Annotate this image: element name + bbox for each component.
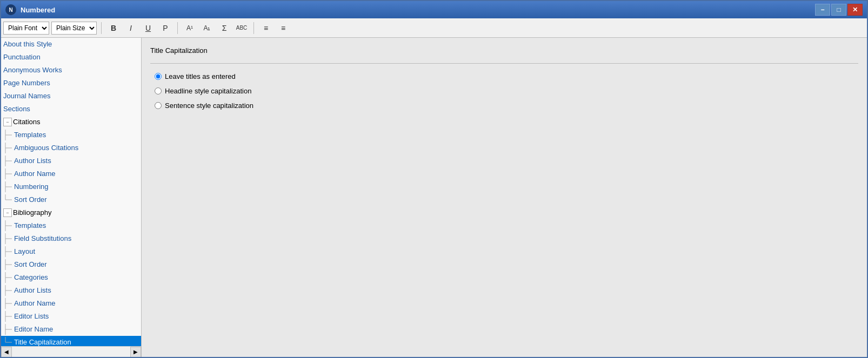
- superscript-button[interactable]: A¹: [182, 21, 197, 35]
- italic-button[interactable]: I: [123, 21, 138, 35]
- window-controls: − □ ✕: [815, 4, 863, 16]
- smallcaps-button[interactable]: ABC: [234, 21, 249, 35]
- sidebar-label-numbering: Numbering: [14, 181, 49, 192]
- sidebar-label-about-style: About this Style: [3, 39, 52, 50]
- sidebar-item-sort-order[interactable]: Sort Order: [1, 193, 141, 206]
- sidebar-label-ambiguous-citations: Ambiguous Citations: [14, 143, 78, 153]
- sidebar-label-bib-sort-order: Sort Order: [14, 259, 47, 270]
- app-icon: N: [5, 4, 16, 15]
- content-area: About this Style Punctuation Anonymous W…: [1, 38, 867, 357]
- tree-line-editor-lists: [1, 311, 14, 322]
- align-left-button[interactable]: ≡: [258, 21, 273, 35]
- radio-leave-titles[interactable]: Leave titles as entered: [155, 72, 858, 80]
- tree-line-bib-author-lists: [1, 285, 14, 296]
- sidebar-label-editor-name: Editor Name: [14, 324, 53, 335]
- sigma-button[interactable]: Σ: [217, 21, 232, 35]
- tree-line-sort-order: [1, 194, 14, 205]
- maximize-button[interactable]: □: [831, 4, 846, 16]
- sidebar: About this Style Punctuation Anonymous W…: [1, 38, 142, 357]
- radio-sentence-style[interactable]: Sentence style capitalization: [155, 102, 858, 110]
- sidebar-hscroll-track[interactable]: [12, 348, 130, 356]
- sidebar-item-bib-author-name[interactable]: Author Name: [1, 297, 141, 310]
- titlebar: N Numbered − □ ✕: [1, 1, 867, 18]
- sidebar-label-templates: Templates: [14, 130, 46, 140]
- tree-line-ambiguous: [1, 143, 14, 153]
- sidebar-item-categories[interactable]: Categories: [1, 271, 141, 284]
- sidebar-item-layout[interactable]: Layout: [1, 245, 141, 258]
- sidebar-item-ambiguous-citations[interactable]: Ambiguous Citations: [1, 141, 141, 154]
- sidebar-label-bib-author-name: Author Name: [14, 298, 56, 309]
- radio-leave-titles-input[interactable]: [155, 73, 162, 80]
- sidebar-label-author-lists: Author Lists: [14, 156, 51, 166]
- tree-line-bib-templates: [1, 220, 14, 231]
- toolbar-separator-2: [177, 22, 178, 34]
- toolbar-separator-3: [253, 22, 254, 34]
- citations-expander[interactable]: −: [3, 118, 12, 126]
- sidebar-item-bib-sort-order[interactable]: Sort Order: [1, 258, 141, 271]
- radio-headline-style-input[interactable]: [155, 87, 162, 94]
- subscript-button[interactable]: A₁: [199, 21, 215, 35]
- size-selector[interactable]: Plain Size: [51, 22, 97, 35]
- sidebar-item-editor-lists[interactable]: Editor Lists: [1, 310, 141, 323]
- capitalization-radio-group: Leave titles as entered Headline style c…: [155, 72, 858, 110]
- tree-line-templates: [1, 130, 14, 140]
- radio-leave-titles-label: Leave titles as entered: [165, 72, 236, 80]
- sidebar-item-title-capitalization[interactable]: Title Capitalization: [1, 336, 141, 346]
- sidebar-item-bib-templates[interactable]: Templates: [1, 219, 141, 232]
- sidebar-item-citations[interactable]: − Citations: [1, 116, 141, 129]
- scroll-left-button[interactable]: ◀: [1, 347, 12, 357]
- tree-line-author-name: [1, 168, 14, 179]
- sidebar-label-field-substitutions: Field Substitutions: [14, 233, 71, 244]
- tree-line-author-lists: [1, 156, 14, 166]
- radio-headline-style[interactable]: Headline style capitalization: [155, 87, 858, 95]
- sidebar-item-author-name[interactable]: Author Name: [1, 167, 141, 180]
- bibliography-expander[interactable]: −: [3, 208, 12, 217]
- sidebar-label-bib-author-lists: Author Lists: [14, 285, 51, 296]
- tree-line-field-sub: [1, 233, 14, 244]
- sidebar-item-punctuation[interactable]: Punctuation: [1, 51, 141, 64]
- title-capitalization-section: Title Capitalization Leave titles as ent…: [150, 46, 858, 110]
- plain-button[interactable]: P: [158, 21, 173, 35]
- sidebar-label-sections: Sections: [3, 104, 30, 114]
- sidebar-item-bibliography[interactable]: − Bibliography: [1, 206, 141, 219]
- tree-line-bib-sort: [1, 259, 14, 270]
- underline-button[interactable]: U: [141, 21, 156, 35]
- sidebar-label-title-capitalization: Title Capitalization: [14, 337, 71, 346]
- sidebar-item-editor-name[interactable]: Editor Name: [1, 323, 141, 336]
- sidebar-label-journal-names: Journal Names: [3, 91, 50, 102]
- main-window: N Numbered − □ ✕ Plain Font Plain Size B…: [0, 0, 868, 358]
- radio-sentence-style-input[interactable]: [155, 102, 162, 109]
- sidebar-item-templates[interactable]: Templates: [1, 129, 141, 141]
- font-selector[interactable]: Plain Font: [3, 22, 49, 35]
- tree-line-layout: [1, 246, 14, 257]
- sidebar-item-field-substitutions[interactable]: Field Substitutions: [1, 232, 141, 245]
- sidebar-scroll[interactable]: About this Style Punctuation Anonymous W…: [1, 38, 141, 346]
- sidebar-hscrollbar: ◀ ▶: [1, 346, 141, 357]
- sidebar-label-bibliography: Bibliography: [13, 207, 52, 218]
- sidebar-item-sections[interactable]: Sections: [1, 103, 141, 116]
- sidebar-item-anonymous-works[interactable]: Anonymous Works: [1, 64, 141, 77]
- sidebar-item-author-lists[interactable]: Author Lists: [1, 154, 141, 167]
- close-button[interactable]: ✕: [847, 4, 863, 16]
- sidebar-item-journal-names[interactable]: Journal Names: [1, 90, 141, 103]
- sidebar-item-about-style[interactable]: About this Style: [1, 38, 141, 51]
- minimize-button[interactable]: −: [815, 4, 830, 16]
- section-title: Title Capitalization: [150, 46, 858, 55]
- scroll-right-button[interactable]: ▶: [130, 347, 141, 357]
- toolbar-separator-1: [101, 22, 102, 34]
- sidebar-label-editor-lists: Editor Lists: [14, 311, 49, 322]
- toolbar: Plain Font Plain Size B I U P A¹ A₁ Σ AB…: [1, 18, 867, 38]
- sidebar-label-punctuation: Punctuation: [3, 52, 41, 63]
- align-justify-button[interactable]: ≡: [276, 21, 291, 35]
- window-title: Numbered: [21, 6, 815, 14]
- sidebar-item-page-numbers[interactable]: Page Numbers: [1, 77, 141, 90]
- radio-sentence-style-label: Sentence style capitalization: [165, 102, 253, 110]
- tree-line-numbering: [1, 181, 14, 192]
- sidebar-item-numbering[interactable]: Numbering: [1, 180, 141, 193]
- bold-button[interactable]: B: [106, 21, 121, 35]
- tree-line-categories: [1, 272, 14, 283]
- sidebar-label-bib-templates: Templates: [14, 220, 46, 231]
- sidebar-item-bib-author-lists[interactable]: Author Lists: [1, 284, 141, 297]
- sidebar-label-page-numbers: Page Numbers: [3, 78, 50, 89]
- tree-line-editor-name: [1, 324, 14, 335]
